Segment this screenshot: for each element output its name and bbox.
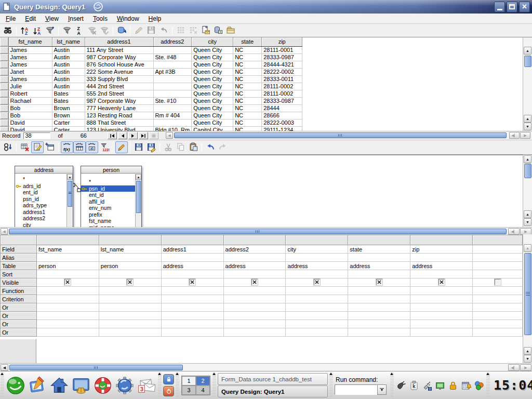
scroll-up-icon[interactable]: ▲ <box>524 47 531 55</box>
empty-cell[interactable] <box>410 295 473 303</box>
scroll-up-icon[interactable]: ▲ <box>67 174 73 180</box>
field-item[interactable]: ent_id <box>15 189 73 196</box>
empty-cell[interactable] <box>473 270 523 278</box>
mail-icon[interactable]: 3 <box>136 374 157 397</box>
row-selector[interactable] <box>0 68 8 75</box>
empty-cell[interactable] <box>410 287 473 295</box>
empty-cell[interactable] <box>348 320 410 328</box>
panel-handle[interactable] <box>329 373 333 398</box>
table-cell[interactable]: Queen City <box>192 104 233 112</box>
table-cell[interactable]: NC <box>233 126 262 131</box>
menu-file[interactable]: File <box>1 14 20 23</box>
menu-edit[interactable]: Edit <box>20 14 41 23</box>
table-cell[interactable]: 28222-0002 <box>262 68 302 75</box>
empty-cell[interactable] <box>36 254 99 262</box>
table-cell[interactable]: 987 Corporate Way <box>85 54 153 61</box>
table-cell[interactable]: 28111-0002 <box>262 90 302 97</box>
table-cell[interactable]: NC <box>233 68 262 75</box>
table-cell[interactable]: 123 Resting Road <box>85 112 153 119</box>
standard-filter-button[interactable] <box>61 25 73 37</box>
table-cell[interactable]: address <box>348 262 410 270</box>
table-cell[interactable]: Queen City <box>192 119 233 126</box>
empty-cell[interactable] <box>473 287 523 295</box>
column-header-city[interactable]: city <box>192 37 233 46</box>
table-cell[interactable]: Queen City <box>192 83 233 90</box>
empty-cell[interactable] <box>348 303 410 312</box>
empty-cell[interactable] <box>161 312 223 320</box>
grid-column-header[interactable] <box>286 235 348 245</box>
table-cell[interactable]: 28111-0002 <box>262 83 302 90</box>
table-cell[interactable]: David <box>8 119 52 126</box>
scroll-up-icon[interactable]: ▲ <box>524 115 531 123</box>
empty-cell[interactable] <box>473 312 523 320</box>
result-horizontal-scrollbar[interactable]: ◀ ◀▏ ▶ <box>165 131 532 139</box>
empty-cell[interactable] <box>348 295 410 303</box>
grid-column-header[interactable] <box>99 235 161 245</box>
table-cell[interactable]: Queen City <box>192 68 233 75</box>
data-to-text-button[interactable] <box>200 25 212 37</box>
grid-column-header[interactable] <box>410 235 473 245</box>
grid-column-header[interactable] <box>473 235 523 245</box>
table-cell[interactable]: address <box>223 262 286 270</box>
functions-button[interactable]: f(x) <box>61 141 73 153</box>
empty-cell[interactable] <box>410 320 473 328</box>
record-number-input[interactable]: 38 <box>23 132 50 139</box>
empty-cell[interactable] <box>286 295 348 303</box>
refresh-button[interactable] <box>115 25 128 37</box>
empty-cell[interactable] <box>473 254 523 262</box>
scroll-up-icon[interactable]: ▲ <box>524 244 531 252</box>
scroll-up-icon[interactable]: ▲ <box>524 210 531 218</box>
save-button[interactable] <box>132 141 145 153</box>
table-cell[interactable]: person <box>99 262 161 270</box>
grid-column-header[interactable] <box>36 235 99 245</box>
grid-column-header[interactable] <box>348 235 410 245</box>
visible-cell[interactable] <box>286 278 348 287</box>
table-cell[interactable]: 777 Heavenly Lane <box>85 104 153 112</box>
copy-button[interactable] <box>175 141 187 153</box>
table-cell[interactable]: 111 Any Street <box>85 46 153 54</box>
grid-horizontal-scrollbar[interactable]: ◀ ◀▏ ▶ <box>0 363 532 371</box>
wallet-lock-icon[interactable] <box>447 380 459 391</box>
field-cell[interactable] <box>473 245 523 254</box>
scroll-right-icon[interactable]: ▶ <box>520 364 531 371</box>
scroll-up-icon[interactable]: ▲ <box>136 174 141 180</box>
empty-cell[interactable] <box>99 254 161 262</box>
visible-checkbox[interactable] <box>251 279 258 285</box>
scroll-down-icon[interactable]: ▼ <box>524 218 531 226</box>
table-cell[interactable]: 555 2nd Street <box>85 90 153 97</box>
table-cell[interactable]: Queen City <box>192 46 233 54</box>
edit-data-button[interactable] <box>132 25 145 37</box>
table-cell[interactable]: Ste. #10 <box>153 97 192 104</box>
query-design-canvas[interactable]: address*adrs_ident_idpsn_idadrs_typeaddr… <box>0 155 523 227</box>
new-record-button[interactable] <box>149 132 158 139</box>
empty-cell[interactable] <box>161 254 223 262</box>
table-cell[interactable]: 28333-0987 <box>262 54 302 61</box>
power-plug-icon[interactable] <box>395 380 407 391</box>
table-cell[interactable]: NC <box>233 75 262 83</box>
empty-cell[interactable] <box>348 287 410 295</box>
table-cell[interactable]: Carter <box>52 119 85 126</box>
table-cell[interactable]: NC <box>233 54 262 61</box>
empty-cell[interactable] <box>99 303 161 312</box>
scroll-thumb[interactable] <box>524 56 531 67</box>
visible-checkbox[interactable] <box>376 279 382 285</box>
close-button[interactable]: × <box>519 2 530 12</box>
empty-cell[interactable] <box>286 312 348 320</box>
empty-cell[interactable] <box>99 328 161 337</box>
column-header-fst_name[interactable]: fst_name <box>8 37 52 46</box>
visible-checkbox[interactable] <box>127 279 133 285</box>
design-table-person[interactable]: person*psn_ident_idaffil_idenv_numprefix… <box>81 166 142 227</box>
table-cell[interactable] <box>153 75 192 83</box>
row-selector[interactable] <box>0 54 8 61</box>
table-cell[interactable]: address <box>161 262 223 270</box>
field-item[interactable]: affil_id <box>81 198 141 205</box>
field-item[interactable]: adrs_id <box>15 183 73 190</box>
column-header-address2[interactable]: address2 <box>153 37 192 46</box>
menu-help[interactable]: Help <box>144 14 166 23</box>
visible-cell[interactable] <box>223 278 286 287</box>
table-cell[interactable] <box>473 262 523 270</box>
table-cell[interactable]: person <box>36 262 99 270</box>
panel-handle[interactable] <box>1 373 4 398</box>
empty-cell[interactable] <box>223 320 286 328</box>
table-cell[interactable]: Bates <box>52 97 85 104</box>
